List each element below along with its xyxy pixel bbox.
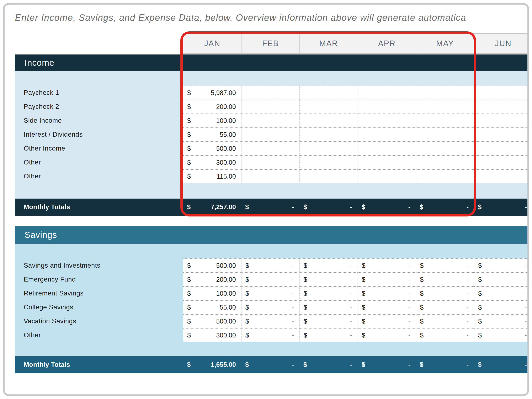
savings-row2-cell-mar[interactable]: $- [300, 273, 358, 287]
income-row3-cell-may[interactable] [416, 114, 474, 128]
income-row-label[interactable]: Paycheck 1 [24, 86, 173, 100]
month-header-jun[interactable]: JUN [474, 34, 527, 53]
income-totals-cell-jun[interactable]: $- [474, 199, 527, 216]
savings-row6-cell-may[interactable]: $- [416, 328, 474, 342]
income-row5-cell-mar[interactable] [300, 142, 358, 156]
income-row2-cell-jun[interactable] [474, 100, 527, 114]
savings-row3-cell-feb[interactable]: $- [241, 287, 300, 301]
savings-row-label[interactable]: College Savings [24, 300, 173, 314]
savings-row5-cell-feb[interactable]: $- [241, 315, 300, 328]
income-row2-cell-may[interactable] [416, 100, 474, 114]
savings-row6-cell-jan[interactable]: $300.00 [183, 328, 241, 342]
income-row4-cell-apr[interactable] [358, 128, 416, 142]
month-header-may[interactable]: MAY [416, 34, 474, 53]
income-row7-cell-mar[interactable] [300, 170, 358, 183]
income-row6-cell-feb[interactable] [241, 156, 300, 170]
income-row7-cell-jun[interactable] [474, 170, 527, 183]
income-row5-cell-jun[interactable] [474, 142, 527, 156]
savings-row5-cell-jan[interactable]: $500.00 [183, 315, 241, 328]
income-totals-cell-may[interactable]: $- [416, 199, 474, 216]
savings-totals-cell-apr[interactable]: $- [358, 356, 416, 373]
savings-row4-cell-mar[interactable]: $- [300, 301, 358, 315]
savings-row6-cell-jun[interactable]: $- [474, 328, 527, 342]
savings-row-label[interactable]: Retirement Savings [24, 286, 173, 300]
savings-totals-cell-jan[interactable]: $1,655.00 [183, 356, 241, 373]
income-row5-cell-jan[interactable]: $500.00 [183, 142, 241, 156]
savings-totals-cell-feb[interactable]: $- [241, 356, 299, 373]
income-row5-cell-may[interactable] [416, 142, 474, 156]
income-row5-cell-feb[interactable] [241, 142, 300, 156]
savings-row-label[interactable]: Other [24, 328, 173, 342]
income-row4-cell-feb[interactable] [241, 128, 300, 142]
income-row7-cell-apr[interactable] [358, 170, 416, 183]
savings-row2-cell-apr[interactable]: $- [358, 273, 416, 287]
savings-totals-cell-mar[interactable]: $- [299, 356, 358, 373]
savings-row-label[interactable]: Emergency Fund [24, 272, 173, 286]
savings-row4-cell-jun[interactable]: $- [474, 301, 527, 315]
month-header-mar[interactable]: MAR [300, 34, 358, 53]
savings-row3-cell-jun[interactable]: $- [474, 287, 527, 301]
income-row7-cell-feb[interactable] [241, 170, 300, 183]
month-header-apr[interactable]: APR [358, 34, 416, 53]
savings-totals-cell-may[interactable]: $- [416, 356, 474, 373]
income-row1-cell-jun[interactable] [474, 86, 527, 100]
income-row7-cell-may[interactable] [416, 170, 474, 183]
savings-row1-cell-apr[interactable]: $- [358, 259, 416, 273]
savings-row1-cell-jan[interactable]: $500.00 [183, 259, 241, 273]
income-row-label[interactable]: Other Income [24, 142, 173, 155]
income-row3-cell-jan[interactable]: $100.00 [183, 114, 241, 128]
income-totals-cell-jan[interactable]: $7,257.00 [183, 199, 241, 216]
income-row4-cell-jan[interactable]: $55.00 [183, 128, 241, 142]
income-totals-cell-feb[interactable]: $- [241, 199, 299, 216]
income-row-label[interactable]: Side Income [24, 114, 173, 128]
savings-row5-cell-mar[interactable]: $- [300, 315, 358, 328]
income-row3-cell-apr[interactable] [358, 114, 416, 128]
savings-row1-cell-jun[interactable]: $- [474, 259, 527, 273]
savings-row3-cell-mar[interactable]: $- [300, 287, 358, 301]
savings-row4-cell-feb[interactable]: $- [241, 301, 300, 315]
savings-row6-cell-mar[interactable]: $- [300, 328, 358, 342]
income-row1-cell-may[interactable] [416, 86, 474, 100]
savings-row5-cell-jun[interactable]: $- [474, 315, 527, 328]
savings-row2-cell-may[interactable]: $- [416, 273, 474, 287]
income-row4-cell-mar[interactable] [300, 128, 358, 142]
income-row-label[interactable]: Interest / Dividends [24, 128, 173, 142]
savings-row6-cell-feb[interactable]: $- [241, 328, 300, 342]
income-row1-cell-mar[interactable] [300, 86, 358, 100]
savings-row5-cell-apr[interactable]: $- [358, 315, 416, 328]
savings-row3-cell-may[interactable]: $- [416, 287, 474, 301]
savings-row1-cell-mar[interactable]: $- [300, 259, 358, 273]
savings-row-label[interactable]: Vacation Savings [24, 314, 173, 328]
savings-row6-cell-apr[interactable]: $- [358, 328, 416, 342]
income-row1-cell-apr[interactable] [358, 86, 416, 100]
month-header-feb[interactable]: FEB [241, 34, 300, 53]
month-header-jan[interactable]: JAN [183, 34, 241, 53]
savings-row3-cell-jan[interactable]: $100.00 [183, 287, 241, 301]
income-row6-cell-apr[interactable] [358, 156, 416, 170]
income-row5-cell-apr[interactable] [358, 142, 416, 156]
income-row2-cell-apr[interactable] [358, 100, 416, 114]
income-row2-cell-mar[interactable] [300, 100, 358, 114]
income-row6-cell-jun[interactable] [474, 156, 527, 170]
savings-row2-cell-jan[interactable]: $200.00 [183, 273, 241, 287]
savings-row4-cell-apr[interactable]: $- [358, 301, 416, 315]
income-row4-cell-may[interactable] [416, 128, 474, 142]
savings-row3-cell-apr[interactable]: $- [358, 287, 416, 301]
income-totals-cell-apr[interactable]: $- [358, 199, 416, 216]
income-row4-cell-jun[interactable] [474, 128, 527, 142]
savings-row2-cell-feb[interactable]: $- [241, 273, 300, 287]
income-row3-cell-jun[interactable] [474, 114, 527, 128]
savings-row1-cell-may[interactable]: $- [416, 259, 474, 273]
savings-row1-cell-feb[interactable]: $- [241, 259, 300, 273]
savings-totals-cell-jun[interactable]: $- [474, 356, 527, 373]
income-row6-cell-may[interactable] [416, 156, 474, 170]
savings-row-label[interactable]: Savings and Investments [24, 258, 173, 272]
income-row-label[interactable]: Other [24, 169, 173, 183]
savings-row4-cell-may[interactable]: $- [416, 301, 474, 315]
income-row7-cell-jan[interactable]: $115.00 [183, 170, 241, 183]
income-row2-cell-jan[interactable]: $200.00 [183, 100, 241, 114]
income-row-label[interactable]: Other [24, 155, 173, 169]
income-row1-cell-jan[interactable]: $5,987.00 [183, 86, 241, 100]
income-totals-cell-mar[interactable]: $- [299, 199, 358, 216]
income-row3-cell-feb[interactable] [241, 114, 300, 128]
